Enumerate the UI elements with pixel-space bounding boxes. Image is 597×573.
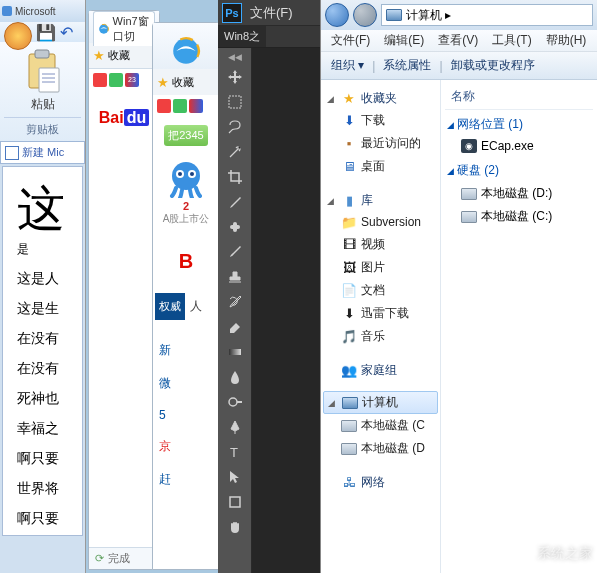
nav-back-button[interactable] bbox=[325, 3, 349, 27]
office-button[interactable] bbox=[4, 22, 32, 50]
lock-icon[interactable] bbox=[109, 73, 123, 87]
cmd-item[interactable]: 卸载或更改程序 bbox=[451, 57, 535, 74]
cmd-item[interactable]: 系统属性 bbox=[383, 57, 431, 74]
eyedropper-tool[interactable] bbox=[223, 190, 247, 213]
column-header-name[interactable]: 名称 bbox=[445, 86, 593, 110]
nav-network-header[interactable]: 🖧网络 bbox=[323, 470, 438, 493]
word-titlebar[interactable]: Microsoft bbox=[0, 0, 85, 22]
link-2345-icon[interactable]: 23 bbox=[125, 73, 139, 87]
nav-item[interactable]: 📁Subversion bbox=[323, 211, 438, 233]
nav-item-drive[interactable]: 本地磁盘 (D bbox=[323, 437, 438, 460]
word-document-body[interactable]: 这是 这是人这是生在没有在没有死神也幸福之啊只要世界将啊只要 bbox=[2, 166, 83, 536]
octopus-icon[interactable] bbox=[166, 158, 206, 198]
ren-text: 人 bbox=[190, 299, 202, 313]
nav-favorites-header[interactable]: ◢★收藏夹 bbox=[323, 86, 438, 109]
marquee-tool[interactable] bbox=[223, 90, 247, 113]
menu-item[interactable]: 查看(V) bbox=[438, 32, 478, 49]
nav-item[interactable]: 📄文档 bbox=[323, 279, 438, 302]
blur-tool[interactable] bbox=[223, 365, 247, 388]
nav-forward-button[interactable] bbox=[353, 3, 377, 27]
ie1-tab[interactable]: Win7窗口切 bbox=[93, 11, 155, 46]
clipboard-icon[interactable] bbox=[21, 48, 65, 94]
pen-tool[interactable] bbox=[223, 415, 247, 438]
ps-menu-file[interactable]: 文件(F) bbox=[250, 4, 293, 22]
nav-item[interactable]: ⬇迅雷下载 bbox=[323, 302, 438, 325]
menu-item[interactable]: 文件(F) bbox=[331, 32, 370, 49]
crop-tool[interactable] bbox=[223, 165, 247, 188]
link-2345-icon[interactable] bbox=[189, 99, 203, 113]
ie-icon-large[interactable] bbox=[170, 35, 202, 67]
ie2-link[interactable]: 京 bbox=[159, 438, 213, 455]
nav-item[interactable]: 🎞视频 bbox=[323, 233, 438, 256]
word-doc-tab[interactable]: 新建 Mic bbox=[0, 141, 85, 164]
star-icon[interactable]: ★ bbox=[93, 48, 105, 63]
hand-tool[interactable] bbox=[223, 515, 247, 538]
home-icon[interactable] bbox=[157, 99, 171, 113]
ie2-fav-label[interactable]: 收藏 bbox=[172, 75, 194, 90]
ps-tool-palette: ◀◀ T bbox=[218, 48, 252, 573]
nav-homegroup-header[interactable]: 👥家庭组 bbox=[323, 358, 438, 381]
gradient-tool[interactable] bbox=[223, 340, 247, 363]
type-tool[interactable]: T bbox=[223, 440, 247, 463]
brush-tool[interactable] bbox=[223, 240, 247, 263]
ie2-link[interactable]: 5 bbox=[159, 408, 213, 422]
undo-icon[interactable]: ↶ bbox=[60, 23, 73, 42]
breadcrumb[interactable]: 计算机 ▸ bbox=[406, 7, 451, 24]
eraser-tool[interactable] bbox=[223, 315, 247, 338]
drive-row[interactable]: 本地磁盘 (D:) bbox=[445, 182, 593, 205]
ie2-link[interactable]: 新 bbox=[159, 342, 213, 359]
chevron-down-icon: ◢ bbox=[447, 120, 454, 130]
paste-label[interactable]: 粘贴 bbox=[4, 96, 81, 113]
ie1-fav-label[interactable]: 收藏 bbox=[108, 48, 130, 63]
group-disk[interactable]: ◢硬盘 (2) bbox=[445, 156, 593, 182]
set-2345-button[interactable]: 把2345 bbox=[164, 125, 207, 146]
octopus-title: 2 bbox=[155, 200, 217, 212]
nav-item-drive[interactable]: 本地磁盘 (C bbox=[323, 414, 438, 437]
baidu-logo[interactable]: Baidu bbox=[93, 109, 155, 127]
word-paragraph: 死神也 bbox=[17, 390, 76, 408]
network-icon: 🖧 bbox=[341, 475, 357, 491]
collapse-icon[interactable]: ◀◀ bbox=[228, 52, 242, 62]
dodge-tool[interactable] bbox=[223, 390, 247, 413]
menu-item[interactable]: 帮助(H) bbox=[546, 32, 587, 49]
nav-item[interactable]: 🎵音乐 bbox=[323, 325, 438, 348]
ie2-link[interactable]: 赶 bbox=[159, 471, 213, 488]
word-paragraph: 啊只要 bbox=[17, 450, 76, 468]
explorer-titlebar[interactable]: 计算机 ▸ bbox=[321, 0, 597, 30]
ie2-link[interactable]: 微 bbox=[159, 375, 213, 392]
menu-item[interactable]: 工具(T) bbox=[492, 32, 531, 49]
history-brush-tool[interactable] bbox=[223, 290, 247, 313]
group-network-location[interactable]: ◢网络位置 (1) bbox=[445, 110, 593, 136]
ie1-links-toolbar: 23 bbox=[89, 69, 159, 91]
heal-tool[interactable] bbox=[223, 215, 247, 238]
move-tool[interactable] bbox=[223, 65, 247, 88]
file-row[interactable]: ◉ECap.exe bbox=[445, 136, 593, 156]
cmd-item[interactable]: 组织 ▾ bbox=[331, 57, 364, 74]
ps-canvas[interactable] bbox=[252, 48, 322, 573]
save-icon[interactable]: 💾 bbox=[36, 23, 56, 42]
lock-icon[interactable] bbox=[173, 99, 187, 113]
home-icon[interactable] bbox=[93, 73, 107, 87]
address-bar[interactable]: 计算机 ▸ bbox=[381, 4, 593, 26]
ps-doc-tab[interactable]: Win8之 bbox=[218, 26, 266, 47]
shape-tool[interactable] bbox=[223, 490, 247, 513]
path-select-tool[interactable] bbox=[223, 465, 247, 488]
ps-titlebar[interactable]: Ps 文件(F) bbox=[218, 0, 322, 26]
nav-item[interactable]: 🖼图片 bbox=[323, 256, 438, 279]
menu-item[interactable]: 编辑(E) bbox=[384, 32, 424, 49]
ie1-status-text: 完成 bbox=[108, 551, 130, 566]
nav-library-header[interactable]: ◢▮库 bbox=[323, 188, 438, 211]
word-paragraph: 幸福之 bbox=[17, 420, 76, 438]
star-icon[interactable]: ★ bbox=[157, 75, 169, 90]
nav-item[interactable]: 🖥桌面 bbox=[323, 155, 438, 178]
nav-item[interactable]: ⬇下载 bbox=[323, 109, 438, 132]
refresh-icon[interactable]: ⟳ bbox=[95, 552, 104, 565]
stamp-tool[interactable] bbox=[223, 265, 247, 288]
baidu-logo-2[interactable]: B bbox=[155, 250, 217, 273]
nav-computer-header[interactable]: ◢计算机 bbox=[323, 391, 438, 414]
drive-icon bbox=[341, 443, 357, 455]
lasso-tool[interactable] bbox=[223, 115, 247, 138]
drive-row[interactable]: 本地磁盘 (C:) bbox=[445, 205, 593, 228]
nav-item[interactable]: ▪最近访问的 bbox=[323, 132, 438, 155]
wand-tool[interactable] bbox=[223, 140, 247, 163]
